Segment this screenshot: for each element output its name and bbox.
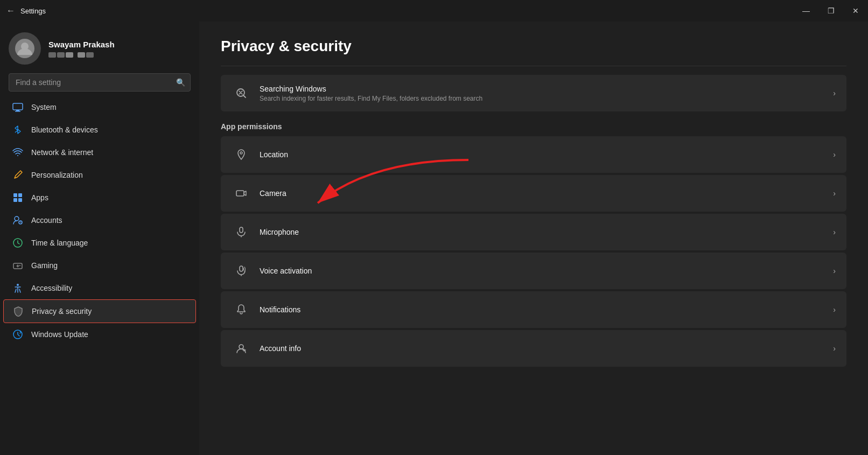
network-icon — [12, 146, 24, 158]
svg-rect-1 — [13, 103, 23, 110]
sidebar-item-accounts[interactable]: Accounts — [3, 209, 196, 232]
camera-text: Camera — [260, 189, 828, 198]
svg-rect-17 — [236, 191, 244, 196]
svg-point-8 — [15, 216, 19, 221]
content-area: Privacy & security Searching Windows Sea… — [199, 22, 868, 455]
account-info-title: Account info — [260, 344, 828, 353]
system-icon — [12, 101, 24, 113]
search-icon: 🔍 — [176, 78, 185, 87]
voice-activation-icon — [232, 261, 251, 281]
user-profile[interactable]: Swayam Prakash — [0, 22, 199, 73]
svg-point-21 — [239, 345, 243, 349]
sidebar-item-gaming-label: Gaming — [31, 261, 58, 270]
main-layout: Swayam Prakash 🔍 — [0, 22, 868, 455]
windows-update-icon — [12, 328, 24, 340]
searching-windows-text: Searching Windows Search indexing for fa… — [260, 85, 828, 102]
location-title: Location — [260, 150, 828, 159]
svg-rect-3 — [15, 111, 20, 112]
svg-point-12 — [19, 265, 20, 266]
sidebar-item-bluetooth-label: Bluetooth & devices — [31, 125, 98, 134]
search-input[interactable] — [9, 73, 191, 92]
sidebar-item-system-label: System — [31, 103, 57, 111]
svg-rect-20 — [240, 266, 243, 271]
sidebar-item-privacy[interactable]: Privacy & security — [3, 299, 196, 323]
searching-windows-icon — [232, 83, 251, 103]
sidebar-item-windows-update-label: Windows Update — [31, 330, 88, 339]
sidebar: Swayam Prakash 🔍 — [0, 22, 199, 455]
sidebar-nav: System Bluetooth & devices Network & int… — [0, 96, 199, 346]
camera-icon — [232, 184, 251, 203]
page-title: Privacy & security — [221, 38, 846, 55]
location-chevron: › — [833, 150, 836, 159]
microphone-row-wrapper: Microphone › — [221, 214, 846, 250]
sidebar-item-accessibility-label: Accessibility — [31, 284, 72, 292]
search-box[interactable]: 🔍 — [9, 73, 191, 92]
maximize-button[interactable]: ❐ — [818, 0, 843, 22]
avatar — [9, 32, 41, 65]
account-info-text: Account info — [260, 344, 828, 353]
user-name: Swayam Prakash — [48, 40, 115, 49]
sidebar-item-time-label: Time & language — [31, 239, 88, 247]
account-info-icon — [232, 339, 251, 358]
accounts-icon — [12, 214, 24, 226]
back-icon[interactable]: ← — [6, 6, 15, 16]
sidebar-item-accessibility[interactable]: Accessibility — [3, 277, 196, 299]
svg-rect-18 — [240, 227, 243, 233]
notifications-chevron: › — [833, 305, 836, 314]
user-dots — [48, 52, 115, 58]
location-text: Location — [260, 150, 828, 159]
sidebar-item-personalization-label: Personalization — [31, 171, 83, 179]
time-icon — [12, 237, 24, 249]
sidebar-item-windows-update[interactable]: Windows Update — [3, 323, 196, 346]
svg-rect-2 — [16, 110, 19, 111]
camera-row[interactable]: Camera › — [221, 175, 846, 212]
voice-activation-title: Voice activation — [260, 267, 828, 275]
searching-windows-title: Searching Windows — [260, 85, 828, 93]
microphone-icon — [232, 222, 251, 242]
voice-activation-chevron: › — [833, 267, 836, 275]
gaming-icon — [12, 260, 24, 271]
title-bar-title: Settings — [20, 7, 46, 15]
svg-point-13 — [17, 284, 19, 286]
location-icon — [232, 145, 251, 164]
svg-rect-7 — [18, 198, 22, 202]
title-bar-left: ← Settings — [6, 6, 46, 16]
svg-rect-6 — [13, 198, 17, 202]
sidebar-item-system[interactable]: System — [3, 96, 196, 118]
top-divider — [221, 66, 846, 66]
searching-windows-subtitle: Search indexing for faster results, Find… — [260, 95, 828, 102]
microphone-row[interactable]: Microphone › — [221, 214, 846, 250]
close-button[interactable]: ✕ — [843, 0, 868, 22]
notifications-row[interactable]: Notifications › — [221, 291, 846, 328]
sidebar-item-accounts-label: Accounts — [31, 216, 62, 225]
permissions-list: Location › Camera › — [221, 136, 846, 367]
account-info-row[interactable]: Account info › — [221, 330, 846, 367]
privacy-icon — [12, 305, 24, 317]
microphone-text: Microphone — [260, 228, 828, 236]
minimize-button[interactable]: — — [794, 0, 818, 22]
sidebar-item-apps-label: Apps — [31, 193, 48, 202]
location-row[interactable]: Location › — [221, 136, 846, 173]
sidebar-item-time[interactable]: Time & language — [3, 232, 196, 254]
title-bar: ← Settings — ❐ ✕ — [0, 0, 868, 22]
voice-activation-row[interactable]: Voice activation › — [221, 253, 846, 289]
user-info: Swayam Prakash — [48, 40, 115, 58]
sidebar-item-apps[interactable]: Apps — [3, 186, 196, 209]
camera-title: Camera — [260, 189, 828, 198]
bluetooth-icon — [12, 124, 24, 136]
searching-windows-row[interactable]: Searching Windows Search indexing for fa… — [221, 75, 846, 111]
sidebar-item-bluetooth[interactable]: Bluetooth & devices — [3, 118, 196, 141]
sidebar-item-gaming[interactable]: Gaming — [3, 254, 196, 277]
notifications-title: Notifications — [260, 305, 828, 314]
voice-activation-text: Voice activation — [260, 267, 828, 275]
svg-point-16 — [240, 152, 242, 154]
sidebar-item-privacy-label: Privacy & security — [32, 307, 92, 316]
sidebar-item-personalization[interactable]: Personalization — [3, 164, 196, 186]
app-permissions-heading: App permissions — [221, 122, 846, 131]
sidebar-item-network[interactable]: Network & internet — [3, 141, 196, 164]
title-bar-controls: — ❐ ✕ — [794, 0, 868, 22]
sidebar-item-network-label: Network & internet — [31, 148, 93, 157]
searching-windows-chevron: › — [833, 89, 836, 97]
accessibility-icon — [12, 282, 24, 294]
notifications-icon — [232, 300, 251, 319]
